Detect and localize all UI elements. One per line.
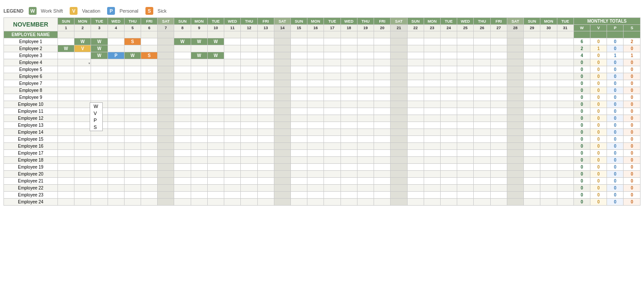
cell-emp22-day15[interactable]	[291, 185, 307, 192]
cell-emp13-day19[interactable]	[357, 122, 374, 129]
cell-emp2-day15[interactable]	[291, 45, 307, 52]
cell-emp2-day3[interactable]: W	[91, 45, 108, 52]
cell-emp17-day20[interactable]	[374, 150, 391, 157]
cell-emp11-day10[interactable]	[207, 108, 224, 115]
cell-emp9-day27[interactable]	[490, 94, 507, 101]
cell-emp5-day3[interactable]	[91, 66, 108, 73]
cell-emp19-day30[interactable]	[540, 164, 557, 171]
cell-emp20-day12[interactable]	[241, 171, 257, 178]
cell-emp20-day11[interactable]	[224, 171, 241, 178]
cell-emp21-day24[interactable]	[440, 178, 457, 185]
cell-emp15-day7[interactable]	[158, 136, 174, 143]
cell-emp2-day19[interactable]	[357, 45, 374, 52]
cell-emp10-day18[interactable]	[341, 101, 357, 108]
cell-emp10-day31[interactable]	[557, 101, 573, 108]
cell-emp17-day21[interactable]	[391, 150, 407, 157]
cell-emp16-day30[interactable]	[540, 143, 557, 150]
cell-emp10-day13[interactable]	[257, 101, 274, 108]
cell-emp2-day17[interactable]	[324, 45, 341, 52]
cell-emp18-day5[interactable]	[124, 157, 141, 164]
cell-emp21-day30[interactable]	[540, 178, 557, 185]
cell-emp24-day8[interactable]	[174, 199, 191, 206]
cell-emp4-day21[interactable]	[391, 59, 407, 66]
cell-emp3-day3[interactable]: W	[91, 52, 108, 59]
cell-emp3-day16[interactable]	[307, 52, 324, 59]
cell-emp19-day1[interactable]	[57, 164, 74, 171]
cell-emp11-day14[interactable]	[274, 108, 290, 115]
cell-emp8-day28[interactable]	[507, 87, 523, 94]
cell-emp11-day17[interactable]	[324, 108, 341, 115]
cell-emp4-day2[interactable]: ▾	[74, 59, 91, 66]
cell-emp8-day7[interactable]	[158, 87, 174, 94]
cell-emp4-day6[interactable]	[141, 59, 158, 66]
cell-emp5-day15[interactable]	[291, 66, 307, 73]
cell-emp4-day31[interactable]	[557, 59, 573, 66]
cell-emp13-day2[interactable]	[74, 122, 91, 129]
cell-emp7-day2[interactable]	[74, 80, 91, 87]
cell-emp16-day12[interactable]	[241, 143, 257, 150]
cell-emp23-day10[interactable]	[207, 192, 224, 199]
cell-emp24-day24[interactable]	[440, 199, 457, 206]
cell-emp23-day20[interactable]	[374, 192, 391, 199]
cell-emp16-day2[interactable]	[74, 143, 91, 150]
cell-emp1-day17[interactable]	[324, 38, 341, 45]
cell-emp10-day8[interactable]	[174, 101, 191, 108]
cell-emp24-day14[interactable]	[274, 199, 290, 206]
cell-emp12-day31[interactable]	[557, 115, 573, 122]
cell-emp23-day6[interactable]	[141, 192, 158, 199]
cell-emp9-day20[interactable]	[374, 94, 391, 101]
cell-emp13-day9[interactable]	[191, 122, 207, 129]
cell-emp7-day3[interactable]	[91, 80, 108, 87]
cell-emp5-day28[interactable]	[507, 66, 523, 73]
cell-emp9-day19[interactable]	[357, 94, 374, 101]
cell-emp24-day19[interactable]	[357, 199, 374, 206]
cell-emp1-day22[interactable]	[407, 38, 424, 45]
cell-emp20-day19[interactable]	[357, 171, 374, 178]
cell-emp17-day2[interactable]	[74, 150, 91, 157]
cell-emp8-day20[interactable]	[374, 87, 391, 94]
cell-emp24-day5[interactable]	[124, 199, 141, 206]
cell-emp13-day13[interactable]	[257, 122, 274, 129]
cell-emp23-day18[interactable]	[341, 192, 357, 199]
cell-emp23-day22[interactable]	[407, 192, 424, 199]
cell-emp1-day23[interactable]	[424, 38, 440, 45]
cell-emp5-day19[interactable]	[357, 66, 374, 73]
cell-emp9-day9[interactable]	[191, 94, 207, 101]
cell-emp19-day16[interactable]	[307, 164, 324, 171]
cell-emp22-day25[interactable]	[457, 185, 474, 192]
cell-emp8-day2[interactable]	[74, 87, 91, 94]
cell-emp24-day27[interactable]	[490, 199, 507, 206]
cell-emp6-day24[interactable]	[440, 73, 457, 80]
cell-emp17-day18[interactable]	[341, 150, 357, 157]
cell-emp7-day8[interactable]	[174, 80, 191, 87]
cell-emp24-day29[interactable]	[524, 199, 540, 206]
cell-emp6-day15[interactable]	[291, 73, 307, 80]
cell-emp7-day25[interactable]	[457, 80, 474, 87]
cell-emp5-day31[interactable]	[557, 66, 573, 73]
cell-emp11-day23[interactable]	[424, 108, 440, 115]
cell-emp9-day30[interactable]	[540, 94, 557, 101]
cell-emp23-day19[interactable]	[357, 192, 374, 199]
cell-emp8-day10[interactable]	[207, 87, 224, 94]
cell-emp5-day5[interactable]	[124, 66, 141, 73]
cell-emp18-day16[interactable]	[307, 157, 324, 164]
cell-emp5-day27[interactable]	[490, 66, 507, 73]
cell-emp8-day22[interactable]	[407, 87, 424, 94]
cell-emp11-day25[interactable]	[457, 108, 474, 115]
cell-emp6-day2[interactable]	[74, 73, 91, 80]
dropdown-option-w[interactable]: W	[90, 103, 102, 110]
cell-emp14-day5[interactable]	[124, 129, 141, 136]
cell-emp6-day1[interactable]	[57, 73, 74, 80]
cell-emp2-day14[interactable]	[274, 45, 290, 52]
cell-emp11-day11[interactable]	[224, 108, 241, 115]
cell-emp21-day4[interactable]	[108, 178, 124, 185]
cell-emp9-day29[interactable]	[524, 94, 540, 101]
cell-emp6-day3[interactable]	[91, 73, 108, 80]
cell-emp11-day7[interactable]	[158, 108, 174, 115]
cell-emp14-day9[interactable]	[191, 129, 207, 136]
cell-emp24-day18[interactable]	[341, 199, 357, 206]
cell-emp4-day25[interactable]	[457, 59, 474, 66]
cell-emp11-day24[interactable]	[440, 108, 457, 115]
cell-emp7-day15[interactable]	[291, 80, 307, 87]
cell-emp2-day23[interactable]	[424, 45, 440, 52]
